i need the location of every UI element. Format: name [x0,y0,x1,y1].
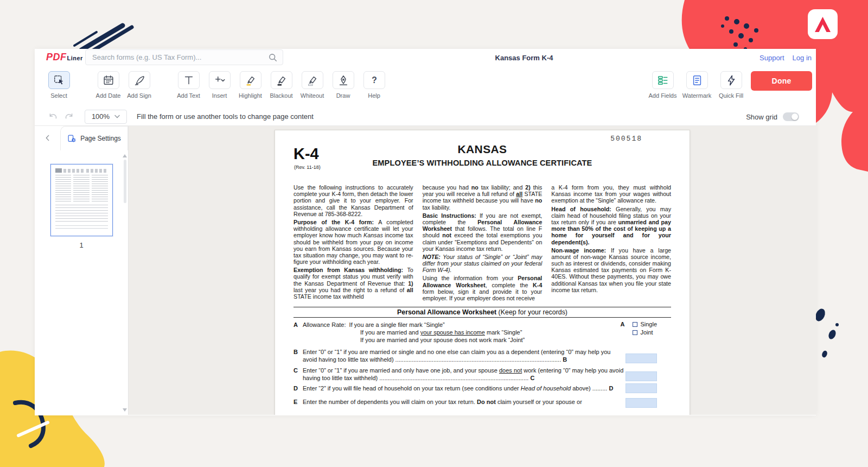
highlighter-icon [240,71,261,89]
form-code: 500518 [293,135,671,143]
draw-pen-icon [333,71,354,89]
tool-help[interactable]: ? Help [361,71,387,99]
line-letter: E [293,399,297,406]
paragraph: because you had no tax liability; and 2)… [423,184,542,211]
paragraph: Purpose of the K-4 form: A completed wit… [293,219,413,265]
worksheet-line-c: C Enter “0” or “1” if you are married an… [293,367,671,382]
redo-button[interactable] [63,111,75,123]
paragraph: Basic Instructions: If you are not exemp… [423,212,542,252]
line-letter-right: A [620,321,624,329]
logo-text-pdf: PDF [46,52,67,63]
sub-toolbar: 100% Fill the form or use another tools … [35,108,816,126]
tool-add-text[interactable]: Add Text [176,71,201,99]
line-a-options: A Single Joint [620,321,657,336]
line-a-text-3: If you are married and your spouse does … [360,337,671,344]
undo-button[interactable] [47,111,59,123]
instruction-column-3: a K-4 form from you, they must withhold … [551,184,671,303]
tool-label: Add Sign [127,92,151,99]
line-b-input-field[interactable] [626,354,657,363]
instruction-column-1: Use the following instructions to accura… [293,184,413,303]
pages-sidebar: Page Settings 1 [35,126,129,415]
tool-draw[interactable]: Draw [330,71,356,99]
tool-label: Blackout [270,92,292,99]
zoom-select[interactable]: 100% [85,110,127,124]
scroll-up-arrow[interactable] [123,154,127,157]
line-b-text: Enter “0” or “1” if you are married or s… [303,349,624,364]
tool-label: Watermark [682,92,711,99]
checkbox-joint[interactable]: Joint [633,329,657,336]
line-letter: D [293,385,298,393]
tool-highlight[interactable]: Highlight [238,71,263,99]
chevron-down-icon [114,115,120,118]
tool-whiteout[interactable]: Whiteout [299,71,325,99]
instruction-columns: Use the following instructions to accura… [293,184,671,303]
search-input[interactable] [86,50,283,65]
tool-label: Add Text [177,92,200,99]
thumbnail-columns [55,175,108,202]
pdfliner-logo[interactable]: PDFLiner [46,52,83,63]
tool-label: Insert [212,92,227,99]
line-c-input-field[interactable] [626,371,657,381]
scroll-down-arrow[interactable] [123,408,127,412]
help-icon: ? [363,71,385,89]
line-c-text: Enter “0” or “1” if you are married and … [303,367,624,382]
worksheet-line-a: A Allowance Rate: If you are a single fi… [293,321,671,344]
tool-quick-fill[interactable]: Quick Fill [718,71,744,99]
checkbox-single[interactable]: Single [633,321,657,328]
select-icon [48,71,70,89]
svg-text:?: ? [372,75,377,85]
tool-label: Whiteout [301,92,324,99]
paragraph: Head of household: Generally, you may cl… [551,206,671,245]
paragraph: a K-4 form from you, they must withhold … [551,184,671,204]
form-header: K-4 (Rev. 11-18) KANSAS EMPLOYEE’S WITHH… [293,143,671,179]
paragraph: NOTE: Your status of “Single” or “Joint”… [423,254,542,274]
tool-label: Highlight [239,92,262,99]
page-settings-button[interactable]: Page Settings [60,126,128,150]
worksheet-divider-bottom [293,317,671,318]
scrollbar-thumb[interactable] [124,160,126,203]
zoom-value: 100% [92,112,110,121]
show-grid-label: Show grid [746,113,777,121]
paragraph: Non-wage income: If you have a large amo… [551,247,671,293]
workspace: Page Settings 1 500518 [35,126,816,415]
sidebar-scrollbar[interactable] [122,154,127,412]
toolbar-hint: Fill the form or use another tools to ch… [137,112,314,121]
tool-label: Draw [336,92,350,99]
line-letter: C [293,367,298,375]
option-label-single: Single [640,321,657,329]
tool-watermark[interactable]: Watermark [684,71,710,99]
single-checkbox[interactable] [633,322,637,327]
instruction-column-2: because you had no tax liability; and 2)… [423,184,542,303]
form-id: K-4 [293,145,319,163]
option-label-joint: Joint [640,329,653,337]
tool-label: Add Date [96,92,121,99]
support-link[interactable]: Support [760,54,784,62]
done-button[interactable]: Done [751,71,812,91]
sidebar-collapse-button[interactable] [40,130,55,146]
joint-checkbox[interactable] [633,330,637,335]
page-thumbnail[interactable] [50,164,113,236]
personal-allowance-worksheet: A Allowance Rate: If you are a single fi… [293,321,671,408]
show-grid-toggle[interactable] [783,112,799,121]
paragraph: Use the following instructions to accura… [293,184,413,217]
line-d-text: Enter “2” if you will file head of house… [303,385,624,393]
tool-blackout[interactable]: Blackout [269,71,294,99]
tool-add-fields[interactable]: Add Fields [650,71,675,99]
watermark-icon [686,71,708,89]
login-link[interactable]: Log in [793,54,812,62]
tool-add-sign[interactable]: Add Sign [126,71,152,99]
line-d-input-field[interactable] [626,383,657,393]
header: PDFLiner Kansas Form K-4 Support Log in [35,49,816,66]
document-canvas: 500518 K-4 (Rev. 11-18) KANSAS EMPLOYEE’… [129,126,816,415]
toolbar: Select Add Date Add Sign Add Text Insert [35,66,816,108]
show-grid-control: Show grid [746,108,799,126]
tool-select[interactable]: Select [46,71,72,99]
search-icon[interactable] [268,53,278,62]
signature-pen-icon [129,71,150,89]
thumbnail-footer [55,225,108,231]
tool-label: Help [368,92,380,99]
header-links: Support Log in [760,54,812,62]
line-e-input-field[interactable] [626,398,657,408]
tool-add-date[interactable]: Add Date [95,71,121,99]
tool-insert[interactable]: Insert [207,71,232,99]
